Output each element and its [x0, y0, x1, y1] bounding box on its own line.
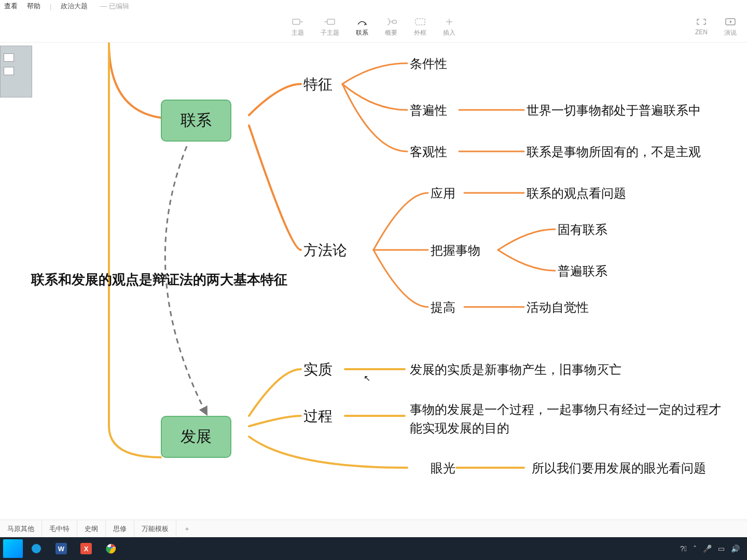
- svg-rect-5: [416, 19, 425, 25]
- edited-indicator: — 已编辑: [100, 2, 129, 11]
- node-guocheng-desc[interactable]: 事物的发展是一个过程，一起事物只有经过一定的过程才能实现发展的目的: [410, 400, 731, 438]
- svg-rect-0: [293, 19, 300, 24]
- summary-button[interactable]: 概要: [385, 17, 397, 37]
- svg-text:X: X: [84, 545, 89, 553]
- menu-help[interactable]: 帮助: [27, 2, 40, 11]
- plus-icon: [444, 17, 455, 26]
- node-lianxi[interactable]: 联系: [161, 100, 231, 142]
- summary-icon: [385, 17, 397, 26]
- topic-button[interactable]: 主题: [292, 17, 304, 37]
- node-keguanxing[interactable]: 客观性: [410, 144, 447, 160]
- node-yanguang-desc[interactable]: 所以我们要用发展的眼光看问题: [532, 460, 706, 477]
- node-shizhi[interactable]: 实质: [303, 360, 333, 380]
- tab-2[interactable]: 毛中特: [42, 520, 77, 537]
- thumbnail-panel[interactable]: [0, 46, 32, 97]
- node-tigao[interactable]: 提高: [431, 299, 455, 316]
- toolbar: 主题 子主题 联系 概要 外框 插入 ZEN 演说: [0, 12, 747, 43]
- menu-view[interactable]: 查看: [4, 2, 18, 11]
- node-tezheng[interactable]: 特征: [303, 75, 333, 94]
- insert-button[interactable]: 插入: [443, 17, 455, 37]
- volume-icon[interactable]: 🔊: [731, 544, 740, 553]
- node-keguanxing-desc[interactable]: 联系是事物所固有的，不是主观: [527, 144, 701, 160]
- relation-icon: [356, 17, 368, 26]
- node-pubianxing[interactable]: 普遍性: [410, 102, 447, 119]
- task-edge[interactable]: [25, 539, 48, 558]
- node-guocheng[interactable]: 过程: [303, 407, 333, 426]
- svg-rect-4: [393, 20, 396, 23]
- system-tray[interactable]: ?⃝ ˄ 🎤 ▭ 🔊: [680, 544, 744, 553]
- mindmap-canvas[interactable]: 联系 发展 联系和发展的观点是辩证法的两大基本特征 特征 条件性 普遍性 世界一…: [0, 43, 747, 520]
- chevron-up-icon[interactable]: ˄: [693, 544, 697, 553]
- node-yingyong-desc[interactable]: 联系的观点看问题: [527, 185, 626, 202]
- node-shizhi-desc[interactable]: 发展的实质是新事物产生，旧事物灭亡: [410, 361, 621, 378]
- node-pubianlianxi[interactable]: 普遍联系: [558, 263, 607, 279]
- add-tab-button[interactable]: ＋: [176, 524, 198, 534]
- mouse-cursor: ↖: [364, 373, 370, 383]
- start-button[interactable]: [3, 539, 23, 558]
- tab-5[interactable]: 万能模板: [134, 520, 176, 537]
- taskbar: W X ?⃝ ˄ 🎤 ▭ 🔊: [0, 537, 747, 560]
- boundary-button[interactable]: 外框: [414, 17, 426, 37]
- node-fazhan[interactable]: 发展: [161, 416, 231, 458]
- battery-icon[interactable]: ▭: [718, 544, 725, 553]
- doc-title: 政治大题: [61, 2, 88, 11]
- task-chrome[interactable]: [100, 539, 122, 558]
- tab-3[interactable]: 史纲: [77, 520, 106, 537]
- node-tiaojianxing[interactable]: 条件性: [410, 55, 447, 72]
- node-bawoshiwu[interactable]: 把握事物: [431, 242, 480, 259]
- node-guyoulianxi[interactable]: 固有联系: [558, 221, 607, 238]
- topic-icon: [292, 17, 303, 26]
- tab-4[interactable]: 思修: [106, 520, 134, 537]
- node-yingyong[interactable]: 应用: [431, 185, 455, 202]
- task-xmind[interactable]: X: [75, 539, 98, 558]
- play-icon: [725, 17, 736, 26]
- svg-rect-2: [327, 19, 335, 24]
- node-tigao-desc[interactable]: 活动自觉性: [527, 299, 589, 316]
- mic-icon[interactable]: 🎤: [703, 544, 712, 553]
- node-pubianxing-desc[interactable]: 世界一切事物都处于普遍联系中: [527, 102, 701, 119]
- boundary-icon: [414, 17, 426, 26]
- node-bold-summary[interactable]: 联系和发展的观点是辩证法的两大基本特征: [31, 271, 287, 289]
- node-fangfalun[interactable]: 方法论: [303, 241, 347, 260]
- tab-1[interactable]: 马原其他: [0, 520, 42, 537]
- task-word[interactable]: W: [50, 539, 73, 558]
- zen-button[interactable]: ZEN: [695, 17, 708, 37]
- zen-icon: [696, 17, 707, 26]
- sheet-tabs: 马原其他 毛中特 史纲 思修 万能模板 ＋: [0, 520, 747, 537]
- subtopic-icon: [324, 17, 336, 26]
- subtopic-button[interactable]: 子主题: [321, 17, 339, 37]
- present-button[interactable]: 演说: [724, 17, 737, 37]
- svg-point-16: [32, 544, 41, 553]
- node-yanguang[interactable]: 眼光: [431, 460, 455, 477]
- relation-button[interactable]: 联系: [356, 17, 368, 37]
- help-icon[interactable]: ?⃝: [680, 544, 687, 553]
- svg-text:W: W: [58, 545, 65, 553]
